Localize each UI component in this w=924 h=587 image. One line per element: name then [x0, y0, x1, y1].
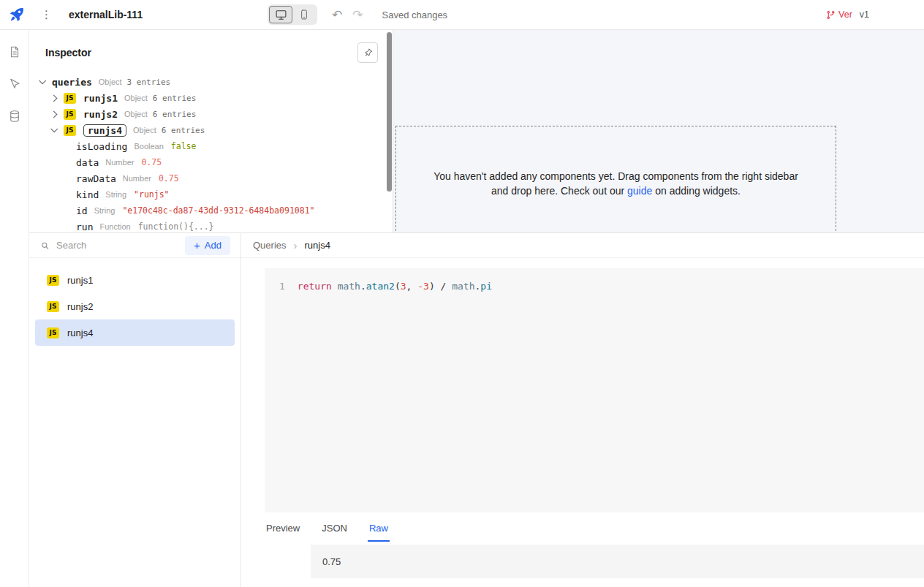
query-item-label: runjs2	[67, 301, 93, 312]
result-tabs: Preview JSON Raw	[265, 523, 390, 542]
prop-type: Number	[123, 174, 151, 183]
prop-key: isLoading	[76, 141, 127, 152]
code-token: -3	[417, 281, 429, 292]
git-branch-icon	[826, 10, 836, 20]
inspector-header: Inspector	[29, 30, 393, 67]
tab-preview[interactable]: Preview	[265, 523, 301, 542]
tree-node-runjs4[interactable]: JS runjs4 Object 6 entries	[29, 122, 393, 138]
mobile-view-button[interactable]	[292, 6, 316, 23]
code-token: 3	[401, 281, 406, 292]
prop-type: String	[94, 206, 116, 215]
app-logo-rocket-icon[interactable]	[9, 7, 25, 23]
app-menu-kebab-icon[interactable]: ⋮	[41, 8, 50, 21]
search-icon	[41, 241, 49, 251]
add-query-label: Add	[205, 240, 221, 251]
tree-type: Object	[99, 77, 122, 86]
prop-type: Number	[105, 158, 134, 167]
datasources-nav-button[interactable]	[6, 107, 23, 125]
prop-value: "e170c48c-da87-43dd-9312-6484ba091081"	[122, 205, 314, 216]
tree-count: 6 entries	[162, 126, 205, 135]
device-toggle	[268, 4, 317, 25]
tree-prop-rawdata[interactable]: rawData Number 0.75	[29, 170, 393, 186]
save-status: Saved changes	[382, 10, 448, 20]
breadcrumb-queries[interactable]: Queries	[253, 240, 287, 251]
empty-canvas-message-line1: You haven't added any components yet. Dr…	[433, 170, 798, 182]
app-title: externalLib-111	[69, 9, 143, 20]
redo-button[interactable]: ↷	[352, 9, 363, 21]
version-number[interactable]: v1	[860, 10, 869, 20]
tree-key-highlighted: runjs4	[83, 124, 126, 137]
version-control-button[interactable]: Ver	[826, 10, 852, 20]
breadcrumb-current: runjs4	[305, 240, 330, 251]
tree-node-runjs1[interactable]: JS runjs1 Object 6 entries	[29, 90, 393, 106]
inspect-nav-button[interactable]	[6, 75, 23, 93]
query-item-label: runjs1	[67, 275, 93, 286]
chevron-down-icon[interactable]	[50, 125, 58, 132]
guide-link[interactable]: guide	[627, 185, 652, 197]
add-query-button[interactable]: + Add	[185, 236, 230, 255]
code-token: math	[452, 281, 474, 292]
query-item-runjs4[interactable]: JS runjs4	[35, 319, 235, 346]
query-result-panel: 0.75	[311, 545, 924, 578]
tab-raw[interactable]: Raw	[368, 523, 390, 542]
tree-prop-data[interactable]: data Number 0.75	[29, 154, 393, 170]
phone-icon	[298, 9, 310, 20]
code-token: (	[395, 281, 401, 292]
query-list-panel: + Add JS runjs1 JS runjs2 JS runjs4	[29, 233, 241, 587]
query-item-runjs1[interactable]: JS runjs1	[35, 267, 235, 293]
topbar-left: ⋮ externalLib-111	[0, 0, 143, 29]
chevron-down-icon[interactable]	[39, 77, 46, 84]
empty-canvas-message-line2: and drop here. Check out our	[491, 185, 627, 197]
prop-type: Boolean	[134, 142, 163, 151]
tree-count: 3 entries	[127, 77, 171, 87]
tab-json[interactable]: JSON	[320, 523, 349, 542]
query-item-runjs2[interactable]: JS runjs2	[35, 293, 235, 319]
code-token: atan2	[366, 281, 395, 292]
prop-key: kind	[76, 189, 99, 200]
chevron-right-icon[interactable]	[50, 94, 58, 102]
chevron-right-icon[interactable]	[50, 110, 58, 118]
prop-value: function(){...}	[138, 221, 214, 232]
tree-prop-isloading[interactable]: isLoading Boolean false	[29, 138, 393, 154]
version-label: Ver	[838, 10, 852, 20]
js-icon: JS	[47, 301, 59, 312]
tree-prop-run[interactable]: run Function function(){...}	[29, 219, 393, 232]
query-editor: Queries › runjs4 1return math.atan2(3, -…	[241, 233, 924, 587]
inspector-panel: Inspector queries Object 3 entries JS ru…	[29, 30, 393, 232]
canvas: You haven't added any components yet. Dr…	[393, 30, 924, 232]
inspector-title: Inspector	[45, 47, 91, 58]
js-icon: JS	[47, 275, 59, 286]
prop-value: "runjs"	[134, 189, 169, 200]
tree-key: runjs1	[83, 93, 118, 104]
tree-count: 6 entries	[153, 94, 197, 103]
js-icon: JS	[64, 109, 76, 120]
result-value: 0.75	[322, 556, 341, 567]
prop-key: data	[76, 157, 99, 168]
topbar-right: Ver v1	[826, 0, 869, 29]
pages-nav-button[interactable]	[6, 43, 23, 61]
tree-count: 6 entries	[153, 110, 197, 119]
code-token: .	[360, 281, 366, 292]
tree-node-queries[interactable]: queries Object 3 entries	[29, 74, 393, 90]
tree-prop-kind[interactable]: kind String "runjs"	[29, 186, 393, 202]
tree-prop-id[interactable]: id String "e170c48c-da87-43dd-9312-6484b…	[29, 202, 393, 219]
code-editor[interactable]: 1return math.atan2(3, -3) / math.pi	[265, 268, 924, 512]
prop-key: id	[76, 205, 88, 216]
tree-node-runjs2[interactable]: JS runjs2 Object 6 entries	[29, 106, 393, 122]
prop-key: run	[76, 221, 93, 232]
js-icon: JS	[47, 327, 59, 338]
undo-button[interactable]: ↶	[332, 9, 342, 21]
canvas-dropzone[interactable]: You haven't added any components yet. Dr…	[395, 126, 836, 232]
plus-icon: +	[194, 240, 200, 251]
pin-button[interactable]	[357, 42, 378, 63]
empty-canvas-message-line2-end: on adding widgets.	[652, 185, 741, 197]
prop-value: 0.75	[141, 157, 162, 167]
desktop-view-button[interactable]	[269, 6, 292, 23]
tree-key: runjs2	[83, 109, 118, 120]
inspector-scrollbar[interactable]	[387, 32, 392, 192]
search-input[interactable]	[56, 240, 185, 251]
prop-type: String	[105, 190, 126, 199]
query-items: JS runjs1 JS runjs2 JS runjs4	[29, 258, 241, 346]
code-token: pi	[480, 281, 492, 292]
inspector-tree: queries Object 3 entries JS runjs1 Objec…	[29, 67, 393, 232]
